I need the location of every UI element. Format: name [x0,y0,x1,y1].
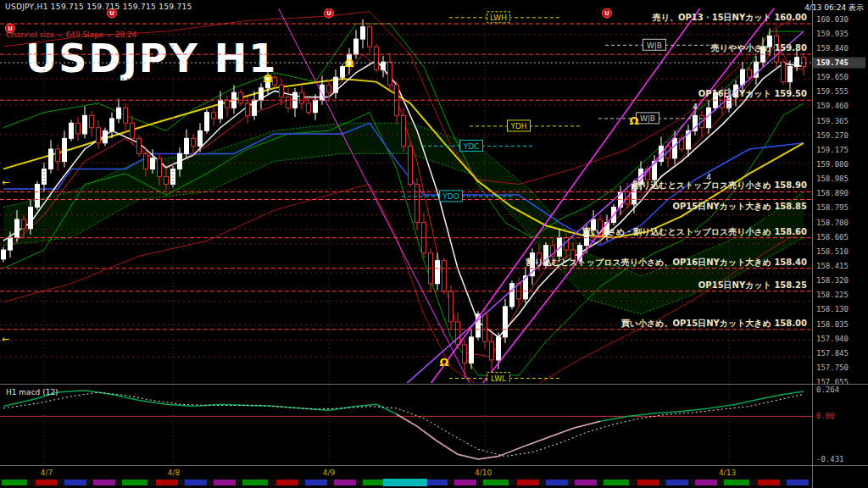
datetime-label: 4/13 06:24 表示 [804,3,864,14]
candle-body [782,62,786,81]
session-bar-segment [604,480,629,485]
session-bar-segment [27,480,36,485]
price-axis-label: 159.175 [816,146,849,154]
session-bar-segment [568,480,575,485]
level-annotation: OP16日NYカット 159.50 [698,89,807,98]
session-bar-segment [637,480,659,485]
price-axis-label: 160.030 [816,15,849,24]
marker-box-label: LWH [490,14,507,22]
session-bar-segment [276,480,298,485]
session-bar-segment [356,480,363,485]
candle-body [402,115,406,146]
candle-body [2,250,6,259]
price-axis-label: 159.365 [816,117,849,125]
macd-axis-label: -0.431 [816,455,844,463]
omega-marker-icon: Ω [263,72,272,85]
macd-main-line [3,391,804,459]
candle-body [22,219,26,229]
session-bar-segment [64,480,86,485]
session-bar-segment [58,480,64,485]
candle-body [490,341,494,360]
marker-box-label: LWL [491,374,506,383]
candle-body [15,219,19,238]
candle-body [354,39,359,54]
marker-box-label: YDH [509,122,526,130]
macd-signal-line [3,392,804,456]
price-axis-label: 159.935 [816,30,849,38]
candle-body [320,85,325,100]
level-annotation: 割り込むとストップロス売り小さめ、OP16日NYカット大きめ 158.40 [526,258,807,267]
candle-body [707,108,711,127]
candle-body [334,77,338,92]
marker-box-label: YDO [442,192,459,201]
candle-body [748,69,752,77]
session-bar-segment [787,480,809,485]
session-bar-segment [334,480,356,485]
level-annotation: 売り、OP13・15日NYカット 160.00 [652,13,807,22]
session-bar-segment [597,480,604,485]
candle-body [205,113,209,131]
session-bar-segment [629,480,637,485]
date-axis-label: 4/13 [719,469,736,477]
candle-body [253,100,257,115]
session-bar-segment [749,480,758,485]
level-annotation: OP15日NYカット 158.25 [698,280,807,290]
alert-marker-glyph: U [109,10,114,17]
candle-body [76,123,81,134]
channel-info-label: Channel size = 649 Slope = 28.24 [6,30,137,39]
session-bar-segment [724,480,749,485]
date-axis-label: 4/10 [475,469,492,477]
candle-body [375,47,379,69]
session-bar-segment [86,480,93,485]
session-bar-segment [2,480,27,485]
omega-marker-icon: Ω [439,356,448,369]
price-axis-label: 159.460 [816,102,849,110]
candle-body [327,85,331,92]
candle-body [795,58,799,67]
session-bar-segment [717,480,724,485]
candle-body [90,115,94,127]
price-axis-label: 159.840 [816,44,849,53]
candle-body [131,123,135,138]
candle-body [259,88,264,100]
price-axis-label: 159.650 [816,73,849,81]
candle-body [470,337,474,363]
session-bar-segment [546,480,568,485]
candle-body [117,108,121,119]
session-bar-segment [115,480,122,485]
candle-body [280,85,284,97]
candle-body [49,149,53,169]
session-bar-segment [476,480,483,485]
price-axis-label: 158.415 [816,262,849,270]
candle-body [144,153,148,169]
price-chart-canvas[interactable]: 売り、OP13・15日NYカット 160.00売りやや小さめ 159.80OP1… [0,0,868,488]
session-bar-segment [298,480,305,485]
session-bar-segment [207,480,214,485]
level-annotation: 買い小さめ・割り込むとストップロス売り小さめ 158.60 [581,227,807,236]
session-bar-segment [448,480,454,485]
candle-body [497,337,501,360]
current-price-label: 159.745 [816,58,849,67]
candle-body [137,138,142,153]
count-label: 4 [693,103,698,111]
session-bar-segment [758,480,780,485]
candle-body [449,291,453,322]
session-bar-segment [122,480,147,485]
left-arrow-icon: ← [2,177,9,188]
marker-box-label: W|B [647,42,662,50]
level-annotation: 売りやや小さめ 159.80 [710,43,807,53]
candle-body [314,100,318,112]
session-bar-segment [695,480,717,485]
candle-body [225,100,230,108]
level-annotation: 買い小さめ、OP15日NYカット大きめ 158.00 [620,319,807,328]
session-bar-segment [454,480,476,485]
macd-indicator-label: H1 macd (12) [6,388,58,396]
candle-body [219,100,223,119]
price-axis-label: 157.845 [816,349,849,358]
price-axis-label: 159.270 [816,131,849,140]
candle-body [246,103,250,115]
candle-body [158,158,162,177]
candle-body [307,103,311,113]
candle-body [29,208,33,229]
candle-body [63,138,67,161]
